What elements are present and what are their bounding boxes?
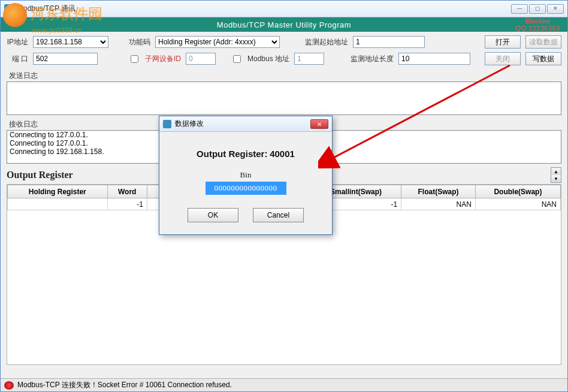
ip-select[interactable]: 192.168.1.158 [33,36,108,48]
statusbar: Modbus-TCP 连接失败！Socket Error # 10061 Con… [1,378,567,391]
col-header[interactable]: Float(Swap) [401,185,476,198]
write-button[interactable]: 写数据 [525,52,561,65]
port-input[interactable] [33,53,98,65]
col-header[interactable]: Double(Swap) [475,185,560,198]
func-label: 功能码 [129,37,150,47]
spinner-up-button[interactable]: ▲ [551,168,561,175]
status-text: Modbus-TCP 连接失败！Socket Error # 10061 Con… [17,380,232,390]
dialog-ok-button[interactable]: OK [188,208,238,222]
controls-panel: IP地址 192.168.1.158 功能码 Holding Register … [1,32,567,69]
col-header[interactable]: Holding Register [8,185,108,198]
dialog-close-button[interactable]: ✕ [310,119,328,129]
start-addr-label: 监测起始地址 [305,37,348,47]
read-button[interactable]: 读取数据 [525,35,561,49]
minimize-button[interactable]: — [511,4,528,14]
col-header[interactable]: Word [107,185,147,198]
spinner-down-button[interactable]: ▼ [551,175,561,182]
credit-qq: QQ:22236263 [515,25,560,32]
open-button[interactable]: 打开 [485,35,521,49]
dialog-icon [163,120,171,128]
output-register-title: Output Register [7,170,73,180]
dialog-title: 数据修改 [175,119,310,129]
maximize-button[interactable]: ▢ [529,4,546,14]
spinner: ▲ ▼ [551,167,561,183]
send-log-panel[interactable] [7,82,561,115]
addr-len-label: 监测地址长度 [351,54,394,64]
dialog-heading: Output Register: 40001 [174,149,318,159]
send-log-label: 发送日志 [7,70,561,82]
banner-credit: Blockke QQ:22236263 [515,17,560,32]
addr-len-input[interactable] [398,53,470,65]
credit-name: Blockke [515,17,560,25]
modbus-addr-checkbox[interactable] [233,55,241,63]
modbus-addr-label: Modbus 地址 [247,54,289,64]
close-conn-button[interactable]: 关闭 [485,52,521,65]
close-button[interactable]: ✕ [547,4,564,14]
status-error-icon [4,381,14,390]
edit-dialog: 数据修改 ✕ Output Register: 40001 Bin OK Can… [159,116,333,235]
window-title: Modbus/TCP 通讯 [17,4,511,14]
subnet-input[interactable] [186,53,216,65]
subnet-label: 子网设备ID [145,54,181,64]
dialog-bin-input[interactable] [206,182,286,195]
banner-text: Modbus/TCP Master Utility Program [217,20,351,29]
dialog-sublabel: Bin [174,170,318,180]
dialog-titlebar[interactable]: 数据修改 ✕ [159,116,332,132]
app-icon [4,4,14,14]
window-titlebar: Modbus/TCP 通讯 — ▢ ✕ [1,1,567,17]
start-addr-input[interactable] [353,36,425,48]
ip-label: IP地址 [7,37,28,47]
port-label: 端 口 [7,54,28,64]
func-select[interactable]: Holding Register (Addr: 4xxxx) [155,36,280,48]
modbus-addr-input[interactable] [294,53,324,65]
subnet-checkbox[interactable] [131,55,138,63]
dialog-cancel-button[interactable]: Cancel [253,208,304,222]
banner: Modbus/TCP Master Utility Program Blockk… [1,17,567,32]
